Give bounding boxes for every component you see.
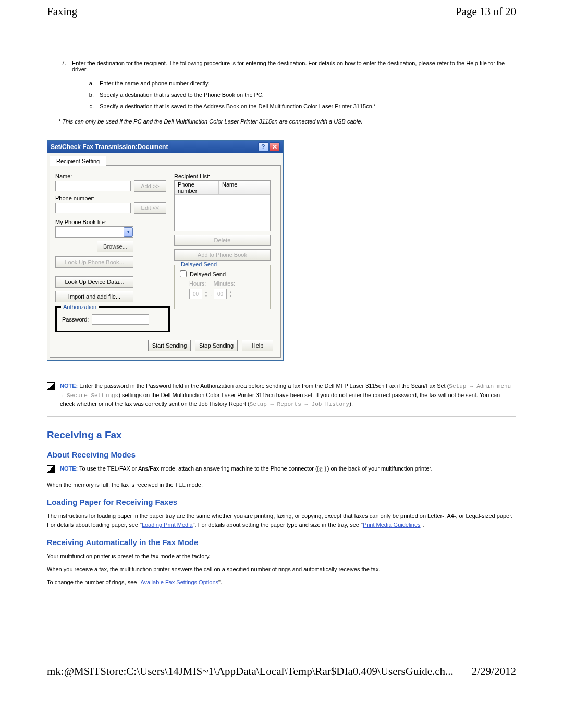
recipient-list[interactable]: Phone number Name: [174, 180, 271, 231]
separator: [47, 416, 516, 417]
browse-button[interactable]: Browse...: [97, 241, 133, 252]
delayed-legend: Delayed Send: [179, 261, 219, 267]
phone-label: Phone number:: [55, 195, 170, 201]
dialog-footer: Start Sending Stop Sending Help: [55, 336, 275, 352]
link-available-fax-settings[interactable]: Available Fax Settings Options: [140, 579, 218, 585]
memory-full-text: When the memory is full, the fax is rece…: [47, 480, 516, 489]
heading-receiving-fax: Receiving a Fax: [47, 429, 516, 441]
page-number: Page 13 of 20: [456, 5, 516, 18]
dialog-tabs: Recipient Setting: [47, 153, 283, 165]
lookup-phonebook-button[interactable]: Look Up Phone Book...: [55, 256, 133, 268]
note-icon: [47, 465, 55, 473]
footer-path: mk:@MSITStore:C:\Users\14JMIS~1\AppData\…: [47, 665, 454, 678]
page-footer: mk:@MSITStore:C:\Users\14JMIS~1\AppData\…: [26, 665, 537, 678]
fax-dialog: Set/Check Fax Transmission:Document ? ✕ …: [47, 140, 284, 361]
heading-receiving-auto: Receiving Automatically in the Fax Mode: [47, 538, 516, 547]
name-input[interactable]: [55, 181, 131, 191]
delayed-send-group: Delayed Send Delayed Send Hours: Minutes…: [174, 265, 271, 309]
col-phone: Phone number: [175, 181, 219, 194]
phonebook-file-label: My Phone Book file:: [55, 219, 170, 225]
add-button[interactable]: Add >>: [134, 180, 166, 192]
sub-a: Enter the name and phone number directly…: [95, 78, 516, 89]
note-label: NOTE:: [60, 465, 78, 472]
delayed-send-label: Delayed Send: [190, 271, 226, 277]
note-receiving-modes: NOTE: To use the TEL/FAX or Ans/Fax mode…: [47, 464, 516, 473]
note-password: NOTE: Enter the password in the Password…: [47, 381, 516, 409]
link-print-media-guidelines[interactable]: Print Media Guidelines: [363, 522, 421, 528]
note-label: NOTE:: [60, 382, 78, 389]
help-icon[interactable]: ?: [258, 142, 268, 152]
loading-paper-text: The instructions for loading paper in th…: [47, 512, 516, 529]
sub-b: Specify a destination that is saved to t…: [95, 89, 516, 101]
note-icon: [47, 382, 55, 390]
dialog-title-text: Set/Check Fax Transmission:Document: [51, 143, 168, 151]
tab-recipient-setting[interactable]: Recipient Setting: [50, 156, 106, 166]
instruction-list: Enter the destination for the recipient.…: [68, 60, 516, 112]
chevron-down-icon: ▾: [124, 227, 133, 237]
page-header: Faxing Page 13 of 20: [26, 5, 537, 23]
right-column: Recipient List: Phone number Name Delete…: [174, 171, 275, 332]
auto-p2: When you receive a fax, the multifunctio…: [47, 565, 516, 574]
substep-list: Enter the name and phone number directly…: [95, 78, 516, 112]
password-input[interactable]: [92, 314, 149, 325]
delete-button[interactable]: Delete: [174, 235, 271, 246]
footnote: * This can only be used if the PC and th…: [58, 118, 516, 125]
minutes-label: Minutes:: [213, 280, 235, 287]
phonebook-file-select[interactable]: ▾: [55, 226, 133, 238]
delayed-send-checkbox[interactable]: [180, 270, 187, 277]
import-button[interactable]: Import and add file...: [55, 291, 133, 302]
recipient-list-label: Recipient List:: [174, 173, 275, 179]
step-7: Enter the destination for the recipient.…: [68, 60, 516, 112]
edit-button[interactable]: Edit <<: [134, 202, 166, 214]
hours-label: Hours:: [189, 280, 206, 287]
auto-p1: Your multifunction printer is preset to …: [47, 552, 516, 561]
add-to-phonebook-button[interactable]: Add to Phone Book: [174, 249, 271, 261]
name-label: Name:: [55, 173, 170, 179]
authorization-group: Authorization Password:: [55, 306, 170, 332]
hours-spinner[interactable]: 00: [189, 289, 202, 299]
stop-sending-button[interactable]: Stop Sending: [195, 340, 238, 351]
password-label: Password:: [62, 316, 89, 323]
auto-p3: To change the number of rings, see "Avai…: [47, 578, 516, 587]
link-loading-print-media[interactable]: Loading Print Media: [142, 522, 193, 528]
sub-c: Specify a destination that is saved to t…: [95, 101, 516, 112]
lookup-device-button[interactable]: Look Up Device Data...: [55, 276, 133, 288]
heading-receiving-modes: About Receiving Modes: [47, 450, 516, 459]
left-column: Name: Add >> Phone number: Edit << My Ph…: [55, 171, 170, 332]
heading-loading-paper: Loading Paper for Receiving Faxes: [47, 498, 516, 507]
authorization-legend: Authorization: [61, 304, 99, 310]
close-icon[interactable]: ✕: [270, 142, 280, 152]
dialog-body: Name: Add >> Phone number: Edit << My Ph…: [50, 165, 281, 358]
hours-stepper-icon[interactable]: ▲▼: [204, 290, 208, 298]
phone-connector-icon: [317, 466, 326, 472]
help-button[interactable]: Help: [242, 340, 273, 351]
step-text: Enter the destination for the recipient.…: [72, 60, 505, 72]
note-text: NOTE: Enter the password in the Password…: [60, 381, 516, 409]
recipient-list-header: Phone number Name: [175, 181, 270, 195]
dialog-titlebar: Set/Check Fax Transmission:Document ? ✕: [47, 141, 283, 153]
minutes-stepper-icon[interactable]: ▲▼: [229, 290, 232, 298]
col-name: Name: [219, 181, 270, 194]
start-sending-button[interactable]: Start Sending: [148, 340, 191, 351]
footer-date: 2/29/2012: [472, 665, 516, 678]
minutes-spinner[interactable]: 00: [214, 289, 227, 299]
section-title: Faxing: [47, 5, 77, 18]
note-text: NOTE: To use the TEL/FAX or Ans/Fax mode…: [60, 464, 432, 473]
phone-input[interactable]: [55, 203, 131, 213]
